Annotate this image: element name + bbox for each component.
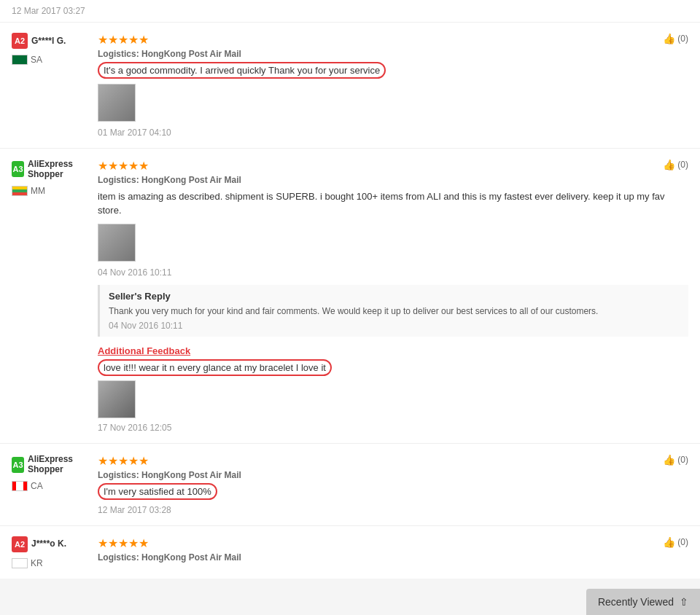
review-date: 12 Mar 2017 03:28 (98, 505, 688, 515)
highlighted-review-text: I'm very satisfied at 100% (98, 483, 217, 500)
review-content: ★★★★★ Logistics: HongKong Post Air Mail (92, 536, 688, 568)
review-item: A3 AliExpress Shopper CA ★★★★★ Logistics… (0, 444, 700, 526)
helpful-count: (0) (677, 537, 688, 547)
reviewer-name: J****o K. (31, 538, 66, 549)
flag-icon-ca (12, 481, 28, 491)
reviewer-info: A3 AliExpress Shopper CA (12, 454, 92, 515)
review-content: ★★★★★ Logistics: HongKong Post Air Mail … (92, 454, 688, 515)
country-row: KR (12, 558, 43, 568)
review-item: A2 G****l G. SA ★★★★★ Logistics: HongKon… (0, 23, 700, 149)
seller-reply-title: Seller's Reply (109, 291, 680, 302)
review-content: ★★★★★ Logistics: HongKong Post Air Mail … (92, 159, 688, 434)
helpful-count: (0) (677, 455, 688, 465)
feedback-image (98, 380, 136, 418)
additional-feedback-date: 17 Nov 2016 12:05 (98, 423, 688, 433)
reviewer-badge: A3 (12, 161, 24, 177)
reviewer-info: A2 G****l G. SA (12, 33, 92, 138)
review-item: A3 AliExpress Shopper MM ★★★★★ Logistics… (0, 149, 700, 444)
thumbs-up-icon: 👍 (663, 454, 675, 466)
flag-icon-mm (12, 186, 28, 196)
country-row: CA (12, 481, 43, 491)
additional-feedback: Additional Feedback love it!!! wear it n… (98, 345, 688, 434)
country-row: SA (12, 55, 42, 65)
stars: ★★★★★ (98, 454, 688, 468)
country-code: KR (31, 558, 43, 568)
logistics-line: Logistics: HongKong Post Air Mail (98, 552, 688, 563)
highlighted-review-text: It's a good commodity. I arrived quickly… (98, 62, 386, 79)
seller-reply: Seller's Reply Thank you very much for y… (98, 285, 688, 337)
reviewer-name: G****l G. (31, 36, 66, 46)
thumbs-up-icon: 👍 (663, 159, 675, 171)
country-code: CA (31, 481, 43, 491)
reviewer-name: AliExpress Shopper (28, 454, 92, 474)
review-text: item is amazing as described. shipment i… (98, 189, 688, 218)
helpful-count: (0) (677, 160, 688, 170)
review-image-placeholder (98, 85, 135, 121)
seller-reply-date: 04 Nov 2016 10:11 (109, 321, 680, 331)
review-image (98, 224, 136, 262)
review-image-placeholder (98, 224, 135, 261)
review-item: A2 J****o K. KR ★★★★★ Logistics: HongKon… (0, 526, 700, 579)
reviewer-info: A3 AliExpress Shopper MM (12, 159, 92, 434)
helpful-button[interactable]: 👍 (0) (663, 536, 688, 548)
country-code: SA (31, 55, 42, 65)
highlighted-feedback-text: love it!!! wear it n every glance at my … (98, 359, 332, 376)
thumbs-up-icon: 👍 (663, 33, 675, 44)
logistics-line: Logistics: HongKong Post Air Mail (98, 49, 688, 59)
review-date: 01 Mar 2017 04:10 (98, 128, 688, 138)
additional-feedback-text: love it!!! wear it n every glance at my … (98, 361, 688, 375)
reviewer-badge: A2 (12, 536, 28, 552)
country-row: MM (12, 186, 45, 196)
thumbs-up-icon: 👍 (663, 536, 675, 548)
seller-reply-text: Thank you very much for your kind and fa… (109, 305, 680, 318)
helpful-button[interactable]: 👍 (0) (663, 33, 688, 44)
reviewer-info: A2 J****o K. KR (12, 536, 92, 568)
page-wrapper: 12 Mar 2017 03:27 A2 G****l G. SA ★★★★★ … (0, 0, 700, 579)
stars: ★★★★★ (98, 159, 688, 173)
stars: ★★★★★ (98, 536, 688, 550)
review-date: 04 Nov 2016 10:11 (98, 267, 688, 278)
helpful-button[interactable]: 👍 (0) (663, 159, 688, 171)
reviewer-name: AliExpress Shopper (28, 159, 92, 179)
flag-icon-sa (12, 55, 28, 65)
additional-feedback-label: Additional Feedback (98, 345, 688, 356)
helpful-count: (0) (677, 34, 688, 44)
logistics-line: Logistics: HongKong Post Air Mail (98, 470, 688, 480)
top-date: 12 Mar 2017 03:27 (0, 0, 700, 23)
reviewer-badge: A2 (12, 33, 28, 49)
review-content: ★★★★★ Logistics: HongKong Post Air Mail … (92, 33, 688, 138)
country-code: MM (31, 186, 45, 196)
stars: ★★★★★ (98, 33, 688, 47)
review-text: I'm very satisfied at 100% (98, 485, 688, 499)
reviewer-badge: A3 (12, 457, 24, 473)
review-text: It's a good commodity. I arrived quickly… (98, 63, 688, 78)
review-image (98, 84, 136, 122)
flag-icon-kr (12, 558, 28, 568)
helpful-button[interactable]: 👍 (0) (663, 454, 688, 466)
logistics-line: Logistics: HongKong Post Air Mail (98, 175, 688, 185)
